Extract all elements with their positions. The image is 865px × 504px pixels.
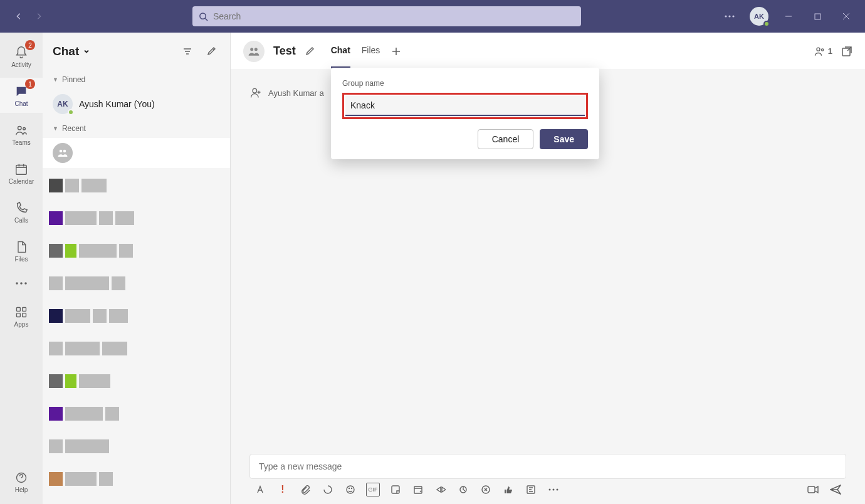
- avatar-initials: AK: [57, 100, 68, 108]
- chat-item-redacted[interactable]: [49, 431, 224, 461]
- rail-files[interactable]: Files: [0, 233, 43, 268]
- svg-rect-28: [414, 486, 422, 493]
- group-avatar-icon: [53, 143, 73, 163]
- chat-item-redacted[interactable]: [49, 203, 224, 233]
- rail-label: Files: [14, 256, 28, 263]
- svg-point-10: [24, 282, 27, 285]
- add-tab-button[interactable]: [391, 46, 401, 56]
- rail-label: Apps: [14, 321, 29, 328]
- group-name-dialog: Group name Cancel Save: [331, 68, 599, 159]
- edit-name-button[interactable]: [305, 46, 315, 56]
- viva-button[interactable]: [479, 483, 493, 496]
- rail-teams[interactable]: Teams: [0, 117, 43, 152]
- chat-item-self[interactable]: AK Ayush Kumar (You): [43, 89, 230, 119]
- svg-rect-11: [17, 307, 21, 311]
- cancel-button[interactable]: Cancel: [478, 129, 534, 149]
- chat-item-redacted[interactable]: [49, 333, 224, 364]
- svg-point-26: [352, 488, 352, 489]
- rail-calendar[interactable]: Calendar: [0, 155, 43, 191]
- save-button[interactable]: Save: [540, 129, 588, 149]
- chat-item-redacted[interactable]: [49, 301, 224, 331]
- svg-rect-7: [16, 165, 27, 174]
- svg-rect-13: [17, 313, 21, 317]
- chat-title: Test: [273, 45, 296, 58]
- svg-point-9: [20, 282, 23, 285]
- schedule-button[interactable]: [411, 483, 425, 496]
- svg-point-1: [725, 15, 726, 17]
- chat-item-redacted[interactable]: [49, 268, 224, 298]
- sticker-button[interactable]: [389, 483, 402, 496]
- emoji-button[interactable]: [343, 483, 357, 496]
- tab-chat[interactable]: Chat: [331, 34, 350, 68]
- svg-point-3: [732, 15, 734, 17]
- format-button[interactable]: [253, 483, 267, 496]
- svg-rect-27: [392, 486, 399, 493]
- nav-forward-button[interactable]: [30, 8, 48, 25]
- svg-point-2: [728, 15, 730, 17]
- close-button[interactable]: [837, 8, 855, 25]
- pinned-section[interactable]: ▼Pinned: [43, 70, 230, 89]
- svg-rect-12: [23, 307, 26, 311]
- presence-indicator: [763, 21, 770, 27]
- participants-button[interactable]: 1: [814, 45, 832, 58]
- user-avatar[interactable]: AK: [750, 7, 768, 26]
- chat-item-redacted[interactable]: [49, 171, 224, 201]
- message-input[interactable]: [259, 461, 837, 471]
- rail-apps[interactable]: Apps: [0, 298, 43, 333]
- system-message-text: Ayush Kumar a: [268, 88, 324, 98]
- chat-item-redacted[interactable]: [49, 464, 224, 494]
- nav-back-button[interactable]: [10, 8, 28, 25]
- chat-item-redacted[interactable]: [49, 496, 224, 504]
- svg-point-21: [821, 48, 823, 50]
- praise-button[interactable]: [501, 483, 515, 496]
- new-chat-button[interactable]: [202, 43, 220, 60]
- dialog-label: Group name: [342, 79, 588, 88]
- rail-label: Help: [15, 486, 28, 493]
- highlight-box: [342, 93, 588, 119]
- chat-avatar: AK: [53, 94, 73, 114]
- chat-item-redacted[interactable]: [49, 236, 224, 266]
- gif-button[interactable]: GIF: [366, 483, 380, 496]
- attach-button[interactable]: [298, 483, 312, 496]
- maximize-button[interactable]: [809, 8, 826, 25]
- group-name-input[interactable]: [345, 96, 585, 116]
- rail-more[interactable]: [0, 272, 43, 295]
- more-options-button[interactable]: [721, 8, 738, 25]
- priority-button[interactable]: !: [276, 483, 290, 496]
- loop-button[interactable]: [321, 483, 335, 496]
- polls-button[interactable]: [524, 483, 538, 496]
- group-avatar-icon: [243, 41, 265, 62]
- video-clip-button[interactable]: [806, 483, 820, 496]
- rail-activity[interactable]: Activity 2: [0, 39, 43, 74]
- message-input-wrap[interactable]: [249, 454, 846, 479]
- panel-title-text: Chat: [53, 45, 79, 58]
- stream-button[interactable]: [434, 483, 448, 496]
- minimize-button[interactable]: [780, 8, 797, 25]
- rail-help[interactable]: Help: [0, 464, 43, 499]
- send-button[interactable]: [829, 483, 842, 496]
- panel-title[interactable]: Chat: [53, 45, 90, 58]
- recent-section[interactable]: ▼Recent: [43, 119, 230, 138]
- filter-button[interactable]: [179, 43, 196, 60]
- phone-icon: [14, 201, 28, 216]
- svg-point-24: [347, 486, 354, 493]
- chat-item-redacted[interactable]: [49, 366, 224, 396]
- ellipsis-icon: [16, 276, 27, 291]
- more-apps-button[interactable]: [547, 483, 560, 496]
- chat-item-selected[interactable]: [43, 138, 230, 168]
- popout-button[interactable]: [841, 46, 852, 57]
- tab-files[interactable]: Files: [362, 34, 380, 68]
- svg-point-20: [817, 48, 820, 51]
- svg-point-18: [250, 48, 253, 51]
- chat-item-redacted[interactable]: [49, 399, 224, 429]
- rail-calls[interactable]: Calls: [0, 194, 43, 229]
- svg-rect-14: [23, 313, 26, 317]
- rail-badge: 1: [25, 79, 35, 89]
- rail-chat[interactable]: Chat 1: [0, 78, 43, 113]
- section-label: Pinned: [62, 75, 85, 84]
- search-box[interactable]: [192, 6, 581, 26]
- approvals-button[interactable]: [456, 483, 470, 496]
- file-icon: [15, 239, 28, 255]
- titlebar: AK: [0, 0, 865, 33]
- search-input[interactable]: [213, 11, 575, 21]
